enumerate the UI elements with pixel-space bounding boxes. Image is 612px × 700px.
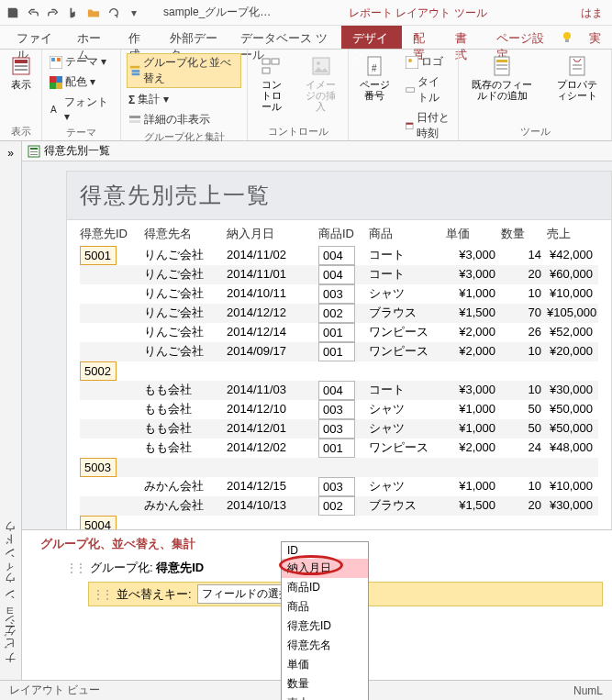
fonts-button[interactable]: Aフォント ▾ [48,94,115,124]
svg-rect-12 [56,83,62,89]
col-header: 商品 [369,226,446,242]
touch-mode-icon[interactable] [64,4,83,22]
page-number-button[interactable]: #ページ番号 [354,53,395,142]
svg-rect-14 [130,66,139,69]
field-picker-popup[interactable]: ID納入月日商品ID商品得意先ID得意先名単価数量売上 [281,541,369,700]
hide-details-button[interactable]: 詳細の非表示 [127,111,241,128]
controls-button[interactable]: コントロール [253,53,291,114]
svg-rect-3 [15,60,28,63]
svg-rect-18 [129,120,140,123]
svg-rect-30 [406,123,413,125]
group-sort-button[interactable]: グループ化と並べ替え [127,53,241,88]
svg-rect-16 [132,73,140,76]
add-fields-button[interactable]: 既存のフィールドの追加 [464,53,540,103]
svg-point-23 [317,61,320,65]
open-icon[interactable] [84,4,103,22]
tab-デザイン[interactable]: デザイン [341,26,402,49]
field-option[interactable]: 数量 [282,674,368,694]
table-row[interactable]: みかん会社2014/10/13002ブラウス¥1,50020¥30,000 [80,496,598,516]
title-bar: ▾ sample_グループ化… レポート レイアウト ツール はま [0,0,612,26]
svg-rect-5 [15,69,28,71]
colors-button[interactable]: 配色 ▾ [48,73,115,91]
svg-rect-7 [51,58,55,61]
nav-expand-icon[interactable]: » [7,147,14,160]
group-label-theme: テーマ [48,124,115,139]
col-header: 売上 [547,226,598,242]
contextual-title: レポート レイアウト ツール [349,6,487,21]
svg-rect-1 [565,39,569,42]
themes-button[interactable]: テーマ ▾ [48,53,115,71]
field-option[interactable]: 得意先名 [282,636,368,655]
table-row[interactable]: りんご会社2014/12/12002ブラウス¥1,50070¥105,000 [80,304,598,323]
tab-ホーム[interactable]: ホーム [66,26,117,49]
field-option[interactable]: 単価 [282,655,368,674]
nav-pane-label: ナビゲーション ウィンドウ [3,527,18,671]
table-row[interactable]: もも会社2014/12/10003シャツ¥1,00050¥50,000 [80,400,598,419]
table-row[interactable]: りんご会社2014/09/17001ワンピース¥2,00010¥20,000 [80,342,598,361]
svg-rect-26 [406,56,418,69]
svg-rect-4 [15,65,28,67]
tab-作成[interactable]: 作成 [117,26,159,49]
navigation-pane[interactable]: » ナビゲーション ウィンドウ [0,141,22,680]
svg-rect-37 [573,68,582,70]
table-row[interactable]: 5002 [80,361,598,381]
report-surface[interactable]: 得意先別売上一覧 得意先ID得意先名納入月日商品ID商品単価数量売上 5001り… [66,171,612,580]
object-tab[interactable]: 得意先別一覧 [22,141,612,161]
table-row[interactable]: もも会社2014/12/02001ワンピース¥2,00024¥48,000 [80,439,598,458]
grip-icon[interactable]: ⋮⋮ [66,561,84,574]
account-label: はま [581,6,603,21]
status-view: レイアウト ビュー [9,683,100,698]
field-option[interactable]: ID [282,542,368,559]
tell-me-icon[interactable] [556,26,578,49]
ribbon: 表示 表示 テーマ ▾ 配色 ▾ Aフォント ▾ テーマ グループ化と並べ替え … [0,50,612,141]
svg-rect-32 [496,60,507,62]
tab-ページ設定[interactable]: ページ設定 [485,26,556,49]
col-header: 得意先ID [80,226,144,242]
field-option[interactable]: 納入月日 [282,559,368,578]
svg-rect-21 [262,68,270,73]
datetime-button[interactable]: 日付と時刻 [404,109,452,142]
tab-外部データ[interactable]: 外部データ [159,26,229,49]
logo-button[interactable]: ロゴ [404,53,452,71]
undo-icon[interactable] [24,4,42,22]
column-headers: 得意先ID得意先名納入月日商品ID商品単価数量売上 [67,220,611,246]
table-row[interactable]: りんご会社2014/12/14001ワンピース¥2,00026¥52,000 [80,323,598,342]
property-sheet-button[interactable]: プロパティシート [549,53,606,103]
svg-point-27 [408,59,412,62]
refresh-icon[interactable] [105,4,123,22]
tab-データベース ツール[interactable]: データベース ツール [229,26,341,49]
tab-書式[interactable]: 書式 [444,26,485,49]
svg-text:#: # [372,63,377,73]
col-header: 得意先名 [144,226,227,242]
field-option[interactable]: 商品 [282,597,368,617]
table-row[interactable]: もも会社2014/11/03004コート¥3,00010¥30,000 [80,381,598,400]
table-row[interactable]: 5003 [80,458,598,477]
field-option[interactable]: 得意先ID [282,617,368,636]
col-header: 納入月日 [227,226,318,242]
svg-rect-8 [57,58,61,61]
svg-rect-33 [496,64,507,66]
redo-icon[interactable] [44,4,62,22]
totals-button[interactable]: Σ集計 ▾ [127,91,241,108]
svg-rect-17 [129,116,140,118]
tab-配置[interactable]: 配置 [402,26,443,49]
table-row[interactable]: みかん会社2014/12/15003シャツ¥1,00010¥10,000 [80,477,598,496]
insert-image-button[interactable]: イメージの挿入 [300,53,342,114]
table-row[interactable]: もも会社2014/12/01003シャツ¥1,00050¥50,000 [80,419,598,439]
svg-rect-20 [272,59,279,64]
grip-icon[interactable]: ⋮⋮ [93,588,111,601]
table-row[interactable]: 5001りんご会社2014/11/02004コート¥3,00014¥42,000 [80,246,598,265]
field-option[interactable]: 売上 [282,694,368,700]
field-option[interactable]: 商品ID [282,578,368,597]
col-header: 商品ID [318,226,369,242]
tab-ファイル[interactable]: ファイル [6,26,66,49]
table-row[interactable]: りんご会社2014/10/11003シャツ¥1,00010¥10,000 [80,284,598,304]
save-icon[interactable] [4,4,22,22]
svg-rect-19 [262,59,270,64]
table-row[interactable]: りんご会社2014/11/01004コート¥3,00020¥60,000 [80,265,598,284]
title-button[interactable]: タイトル [404,73,452,106]
svg-rect-15 [132,70,140,72]
qat-customize-icon[interactable]: ▾ [125,4,143,22]
tell-me-label[interactable]: 実 [578,26,612,49]
view-button[interactable]: 表示 [6,53,36,92]
